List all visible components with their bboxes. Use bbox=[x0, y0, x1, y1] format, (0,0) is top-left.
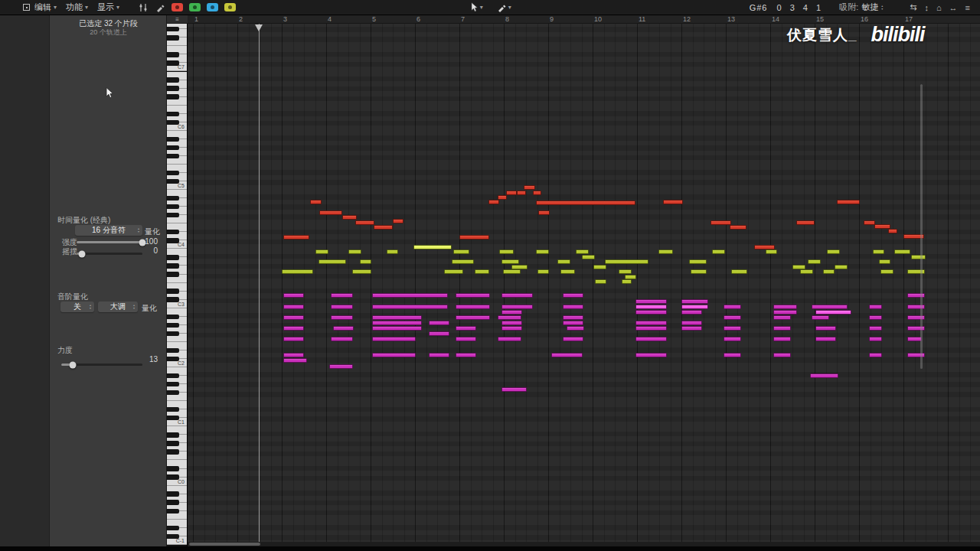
midi-note[interactable] bbox=[501, 326, 522, 331]
midi-note[interactable] bbox=[563, 321, 583, 325]
midi-note[interactable] bbox=[352, 269, 371, 274]
black-key[interactable] bbox=[167, 77, 179, 82]
midi-note[interactable] bbox=[595, 279, 606, 284]
midi-note[interactable] bbox=[635, 310, 667, 315]
midi-note[interactable] bbox=[282, 269, 313, 274]
midi-note[interactable] bbox=[663, 200, 683, 204]
midi-note[interactable] bbox=[635, 337, 667, 341]
midi-note[interactable] bbox=[456, 315, 490, 320]
black-key[interactable] bbox=[167, 500, 179, 504]
black-key[interactable] bbox=[167, 60, 179, 65]
pointer-tool-selector[interactable]: ▾ bbox=[466, 0, 488, 15]
midi-note[interactable] bbox=[444, 269, 463, 274]
midi-note[interactable] bbox=[511, 265, 528, 269]
quantize-sliders-icon[interactable] bbox=[135, 3, 152, 12]
midi-note[interactable] bbox=[567, 326, 584, 331]
midi-note[interactable] bbox=[810, 373, 838, 378]
midi-note[interactable] bbox=[283, 293, 304, 298]
split-button[interactable] bbox=[207, 3, 218, 11]
midi-note[interactable] bbox=[538, 210, 550, 215]
black-key[interactable] bbox=[167, 382, 179, 386]
midi-note[interactable] bbox=[563, 315, 583, 320]
midi-note[interactable] bbox=[563, 337, 583, 341]
black-key[interactable] bbox=[167, 441, 179, 445]
midi-note[interactable] bbox=[773, 353, 791, 357]
midi-note[interactable] bbox=[808, 259, 821, 264]
midi-note[interactable] bbox=[800, 269, 813, 274]
midi-note[interactable] bbox=[456, 353, 476, 357]
midi-in-button[interactable] bbox=[172, 3, 183, 11]
black-key[interactable] bbox=[167, 35, 179, 40]
black-key[interactable] bbox=[167, 27, 179, 31]
midi-note[interactable] bbox=[283, 235, 309, 240]
midi-note[interactable] bbox=[622, 279, 632, 284]
scale-type-dropdown[interactable]: 大调 ▴▾ bbox=[98, 302, 138, 312]
midi-note[interactable] bbox=[724, 326, 741, 331]
black-key[interactable] bbox=[167, 112, 179, 116]
midi-note[interactable] bbox=[625, 275, 636, 279]
black-key[interactable] bbox=[167, 120, 179, 125]
midi-note[interactable] bbox=[823, 269, 835, 274]
black-key[interactable] bbox=[167, 509, 179, 514]
midi-note[interactable] bbox=[635, 353, 667, 357]
black-key[interactable] bbox=[167, 466, 179, 471]
midi-note[interactable] bbox=[501, 387, 527, 392]
midi-note[interactable] bbox=[864, 220, 875, 225]
midi-note[interactable] bbox=[342, 215, 357, 220]
midi-note[interactable] bbox=[387, 249, 398, 254]
midi-note[interactable] bbox=[635, 326, 667, 331]
midi-note[interactable] bbox=[283, 353, 304, 357]
midi-note[interactable] bbox=[773, 310, 797, 315]
velocity-slider[interactable] bbox=[61, 364, 142, 366]
midi-note[interactable] bbox=[283, 315, 304, 320]
midi-note[interactable] bbox=[619, 269, 632, 274]
midi-note[interactable] bbox=[283, 326, 304, 331]
midi-note[interactable] bbox=[796, 220, 815, 225]
midi-note[interactable] bbox=[283, 358, 307, 363]
black-key[interactable] bbox=[167, 230, 179, 234]
midi-note[interactable] bbox=[315, 249, 328, 254]
black-key[interactable] bbox=[167, 348, 179, 353]
midi-note[interactable] bbox=[537, 269, 549, 274]
midi-note[interactable] bbox=[372, 326, 422, 331]
midi-note[interactable] bbox=[879, 259, 890, 264]
black-key[interactable] bbox=[167, 263, 179, 268]
midi-note[interactable] bbox=[283, 337, 304, 341]
midi-note[interactable] bbox=[658, 249, 673, 254]
black-key[interactable] bbox=[167, 52, 179, 57]
midi-note[interactable] bbox=[348, 249, 361, 254]
midi-note[interactable] bbox=[681, 326, 702, 331]
black-key[interactable] bbox=[167, 491, 179, 496]
midi-note[interactable] bbox=[310, 200, 322, 204]
black-key[interactable] bbox=[167, 534, 179, 539]
midi-note[interactable] bbox=[533, 191, 541, 195]
midi-note[interactable] bbox=[372, 315, 422, 320]
snap-dropdown[interactable]: 敏捷 ▴▾ bbox=[858, 0, 906, 15]
midi-note[interactable] bbox=[331, 293, 353, 298]
black-key[interactable] bbox=[167, 94, 179, 99]
midi-note[interactable] bbox=[536, 249, 549, 254]
auto-scroll-icon[interactable]: ⇆ bbox=[906, 2, 920, 12]
midi-note[interactable] bbox=[731, 269, 747, 274]
glue-button[interactable] bbox=[224, 3, 236, 11]
black-key[interactable] bbox=[167, 323, 179, 328]
black-key[interactable] bbox=[167, 331, 179, 336]
midi-note[interactable] bbox=[333, 326, 354, 331]
midi-note[interactable] bbox=[536, 201, 635, 205]
swing-slider[interactable] bbox=[77, 253, 142, 255]
midi-note[interactable] bbox=[689, 259, 707, 264]
midi-note[interactable] bbox=[815, 326, 836, 331]
midi-note[interactable] bbox=[724, 337, 741, 341]
black-key[interactable] bbox=[167, 255, 179, 259]
slider-thumb[interactable] bbox=[78, 250, 85, 257]
midi-note[interactable] bbox=[557, 259, 570, 264]
midi-note[interactable] bbox=[766, 249, 777, 254]
midi-note[interactable] bbox=[724, 353, 741, 357]
black-key[interactable] bbox=[167, 526, 179, 530]
midi-note[interactable] bbox=[329, 364, 353, 369]
midi-note[interactable] bbox=[372, 321, 422, 325]
editor-list-icon[interactable]: ≡ bbox=[175, 16, 179, 23]
midi-note[interactable] bbox=[835, 265, 848, 269]
black-key[interactable] bbox=[167, 407, 179, 412]
black-key[interactable] bbox=[167, 357, 179, 361]
